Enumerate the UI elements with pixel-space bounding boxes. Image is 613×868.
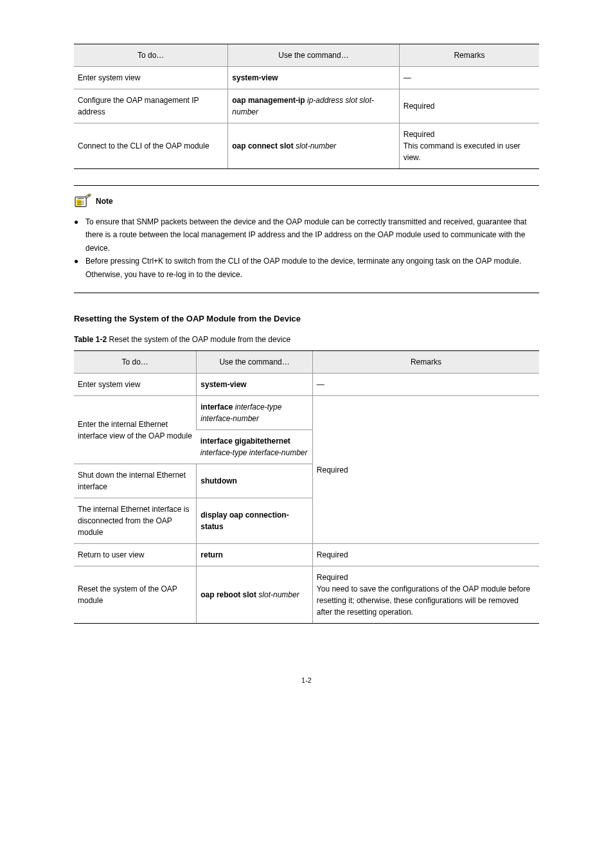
- bullet-icon: ●: [74, 215, 85, 255]
- note-icon: [74, 194, 92, 209]
- table-row: Enter the internal Ethernet interface vi…: [74, 396, 539, 430]
- caption-strong: Table 1-2: [74, 335, 107, 344]
- cell: interface interface-type interface-numbe…: [197, 396, 313, 430]
- table-caption: Table 1-2 Reset the system of the OAP mo…: [74, 334, 539, 345]
- cell: Connect to the CLI of the OAP module: [74, 123, 228, 169]
- cell: Configure the OAP management IP address: [74, 89, 228, 123]
- table-row: Enter system viewsystem-view—: [74, 374, 539, 396]
- note-bullet: To ensure that SNMP packets between the …: [85, 215, 539, 255]
- cell: interface gigabitethernet interface-type…: [197, 430, 313, 464]
- note-body: ●To ensure that SNMP packets between the…: [74, 215, 539, 281]
- caption-rest: Reset the system of the OAP module from …: [107, 335, 290, 344]
- table-row: Return to user viewreturnRequired: [74, 544, 539, 566]
- cell: Required: [312, 544, 539, 566]
- table-header: Remarks: [399, 44, 539, 67]
- cell: oap reboot slot slot-number: [197, 566, 313, 624]
- table-top: To do… Use the command… Remarks Enter sy…: [74, 44, 539, 169]
- cell: The internal Ethernet interface is disco…: [74, 498, 197, 544]
- table-header: Use the command…: [197, 351, 313, 374]
- cell: —: [312, 374, 539, 396]
- cell: oap management-ip ip-address slot slot-n…: [228, 89, 400, 123]
- section-title: Resetting the System of the OAP Module f…: [74, 312, 539, 325]
- cell: Enter system view: [74, 67, 228, 89]
- cell: system-view: [197, 374, 313, 396]
- table-row: Connect to the CLI of the OAP moduleoap …: [74, 123, 539, 169]
- note-bullet: Before pressing Ctrl+K to switch from th…: [85, 255, 539, 281]
- cell: Reset the system of the OAP module: [74, 566, 197, 624]
- table-header: Use the command…: [228, 44, 400, 67]
- table-row: Enter system viewsystem-view—: [74, 67, 539, 89]
- table-header: Remarks: [312, 351, 539, 374]
- cell: Required: [312, 396, 539, 544]
- cell: system-view: [228, 67, 400, 89]
- table-reset: To do… Use the command… Remarks Enter sy…: [74, 350, 539, 624]
- cell: RequiredYou need to save the configurati…: [312, 566, 539, 624]
- cell: RequiredThis command is executed in user…: [399, 123, 539, 169]
- cell: oap connect slot slot-number: [228, 123, 400, 169]
- cell: Required: [399, 89, 539, 123]
- table-header: To do…: [74, 351, 197, 374]
- cell: Shut down the internal Ethernet interfac…: [74, 464, 197, 498]
- page-number: 1-2: [74, 675, 539, 686]
- cell: —: [399, 67, 539, 89]
- cell: Enter the internal Ethernet interface vi…: [74, 396, 197, 464]
- cell: Return to user view: [74, 544, 197, 566]
- bullet-icon: ●: [74, 255, 85, 281]
- table-row: Configure the OAP management IP addresso…: [74, 89, 539, 123]
- cell: display oap connection-status: [197, 498, 313, 544]
- cell: Enter system view: [74, 374, 197, 396]
- cell: return: [197, 544, 313, 566]
- note-label: Note: [96, 195, 113, 207]
- cell: shutdown: [197, 464, 313, 498]
- table-header: To do…: [74, 44, 228, 67]
- note-box: Note ●To ensure that SNMP packets betwee…: [74, 185, 539, 293]
- table-row: Reset the system of the OAP moduleoap re…: [74, 566, 539, 624]
